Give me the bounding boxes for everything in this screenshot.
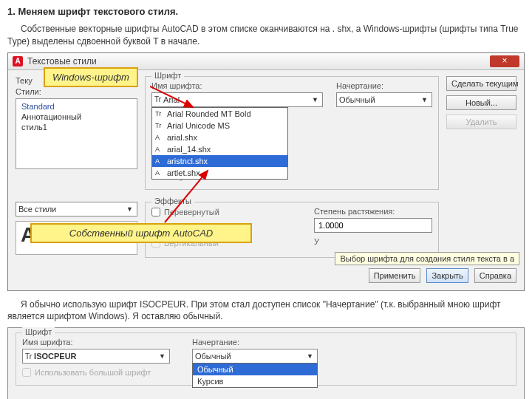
width-factor-input[interactable] — [314, 218, 432, 233]
font-select-tooltip: Выбор шрифта для создания стиля текста в… — [335, 252, 519, 265]
arrow-to-shx-font — [162, 166, 228, 225]
snippet-style-label: Начертание: — [192, 338, 318, 347]
style-item[interactable]: стиль1 — [20, 122, 133, 132]
arrow-to-font-list — [150, 82, 209, 112]
second-paragraph: Я обычно использую шрифт ISOCPEUR. При э… — [7, 299, 525, 324]
truetype-icon: Tr — [25, 352, 32, 361]
font-option[interactable]: Aarial_14.shx — [152, 143, 287, 155]
shx-icon: A — [155, 157, 164, 165]
font-style-dropdown[interactable]: Обычный ▼ — [336, 92, 432, 107]
text-styles-dialog: A Текстовые стили × Windows-шрифт Теку С… — [7, 52, 525, 291]
styles-label: Стили: — [16, 87, 137, 96]
chevron-down-icon[interactable]: ▼ — [310, 96, 320, 103]
autocad-app-icon: A — [13, 56, 23, 66]
svg-line-0 — [150, 86, 193, 107]
new-style-button[interactable]: Новый... — [446, 95, 516, 110]
oblique-angle-label: У — [314, 237, 432, 246]
font-option[interactable]: Aarial.shx — [152, 132, 287, 143]
chevron-down-icon[interactable]: ▼ — [305, 352, 315, 360]
delete-style-button: Удалить — [446, 115, 516, 129]
style-filter-dropdown[interactable]: Все стили ▼ — [16, 202, 137, 216]
font-option-label: Arial Unicode MS — [167, 121, 230, 130]
set-current-button[interactable]: Сделать текущим — [446, 76, 516, 91]
chevron-down-icon[interactable]: ▼ — [157, 352, 167, 360]
snippet-font-name-label: Имя шрифта: — [22, 338, 170, 347]
dialog-title: Текстовые стили — [27, 56, 490, 66]
help-button[interactable]: Справка — [474, 268, 516, 283]
snippet-font-group-label: Шрифт — [22, 327, 55, 336]
close-button[interactable]: × — [490, 55, 519, 67]
font-style-value: Обычный — [339, 95, 420, 104]
style-filter-value: Все стили — [18, 205, 125, 214]
shx-icon: A — [155, 146, 164, 153]
checkbox-label: Использовать большой шрифт — [35, 368, 151, 377]
truetype-icon: Tr — [155, 122, 164, 129]
shx-icon: A — [155, 134, 164, 141]
snippet-font-dropdown[interactable]: Tr ISOCPEUR ▼ — [22, 349, 170, 364]
font-group-label: Шрифт — [151, 71, 184, 80]
font-option-selected[interactable]: Aaristncl.shx — [152, 155, 287, 167]
font-snippet-panel: Шрифт Имя шрифта: Tr ISOCPEUR ▼ Использо… — [7, 327, 525, 399]
svg-line-1 — [165, 171, 208, 222]
snippet-font-groupbox: Шрифт Имя шрифта: Tr ISOCPEUR ▼ Использо… — [16, 332, 516, 386]
close-dialog-button[interactable]: Закрыть — [426, 268, 468, 283]
style-item[interactable]: Аннотационный — [20, 112, 133, 122]
snippet-font-selected: ISOCPEUR — [34, 352, 157, 361]
page-heading: 1. Меняем шрифт текстового стиля. — [7, 6, 525, 17]
snippet-style-dropdown[interactable]: Обычный ▼ — [192, 349, 318, 364]
snippet-style-value: Обычный — [195, 352, 305, 361]
width-factor-label: Степень растяжения: — [314, 207, 432, 216]
font-option-label: arial_14.shx — [167, 145, 211, 154]
apply-button[interactable]: Применить — [369, 268, 421, 283]
chevron-down-icon[interactable]: ▼ — [420, 96, 429, 103]
intro-paragraph: Собственные векторные шрифты AutoCAD в э… — [7, 23, 525, 48]
font-option[interactable]: TrArial Unicode MS — [152, 120, 287, 132]
font-option-label: arial.shx — [167, 133, 197, 142]
font-option-label: aristncl.shx — [167, 157, 208, 166]
font-style-label: Начертание: — [336, 81, 432, 90]
style-option[interactable]: Курсив — [193, 375, 317, 387]
snippet-style-list[interactable]: Обычный Курсив — [192, 363, 318, 388]
callout-autocad-font: Собственный шрифт AutoCAD — [30, 223, 252, 243]
styles-listbox[interactable]: Standard Аннотационный стиль1 — [16, 98, 137, 169]
callout-windows-font: Windows-шрифт — [44, 67, 138, 87]
style-item[interactable]: Standard — [20, 101, 133, 112]
style-option-selected[interactable]: Обычный — [193, 364, 317, 375]
chevron-down-icon[interactable]: ▼ — [125, 205, 134, 213]
snippet-bigfont-checkbox: Использовать большой шрифт — [22, 368, 170, 377]
